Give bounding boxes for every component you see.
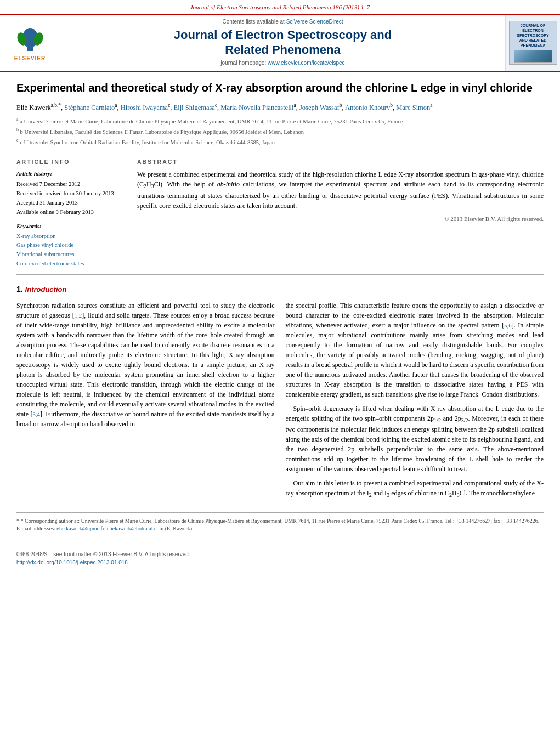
sciverse-line: Contents lists available at SciVerse Sci…: [222, 18, 343, 26]
keyword-4[interactable]: Core excited electronic states: [16, 259, 126, 269]
accepted-date: Accepted 31 January 2013: [16, 199, 126, 208]
keyword-1[interactable]: X-ray absorption: [16, 232, 126, 241]
page-container: Journal of Electron Spectroscopy and Rel…: [0, 0, 560, 741]
article-info-col: ARTICLE INFO Article history: Received 7…: [16, 158, 126, 269]
issn-line: 0368-2048/$ – see front matter © 2013 El…: [16, 551, 544, 559]
copyright-line: © 2013 Elsevier B.V. All rights reserved…: [137, 215, 544, 224]
affil-c: c c Ultraviolet Synchrotron Orbital Radi…: [16, 137, 544, 146]
article-history: Article history: Received 7 December 201…: [16, 169, 126, 217]
section-number: 1.: [16, 285, 25, 293]
footnote-star: * * Corresponding author at: Université …: [16, 517, 544, 525]
abstract-col: ABSTRACT We present a combined experimen…: [137, 158, 544, 269]
email-2-link[interactable]: eliekawerk@hotmail.com: [107, 525, 163, 531]
footnote-email: E-mail addresses: elie.kawerk@upmc.fr, e…: [16, 525, 544, 533]
article-title: Experimental and theoretical study of X-…: [16, 81, 544, 95]
affiliations: a a Université Pierre et Marie Curie, La…: [16, 116, 544, 147]
intro-para-right-1: the spectral profile. This characteristi…: [286, 301, 544, 399]
author-eiji[interactable]: Eiji Shigemasa: [174, 104, 215, 111]
affil-b: b b Université Libanaise, Faculté des Sc…: [16, 127, 544, 136]
keywords-section: Keywords: X-ray absorption Gas phase vin…: [16, 222, 126, 268]
author-elie: Elie Kawerk: [16, 104, 51, 111]
bottom-bar: 0368-2048/$ – see front matter © 2013 El…: [0, 547, 560, 570]
intro-left-col: Synchrotron radiation sources constitute…: [16, 301, 275, 504]
intro-para-1: Synchrotron radiation sources constitute…: [16, 301, 275, 429]
abstract-label: ABSTRACT: [137, 158, 544, 166]
available-date: Available online 9 February 2013: [16, 208, 126, 217]
abstract-text: We present a combined experimental and t…: [137, 169, 544, 210]
homepage-link[interactable]: www.elsevier.com/locate/elspec: [268, 60, 345, 66]
author-joseph[interactable]: Joseph Wassaf: [299, 104, 340, 111]
intro-section-header: 1. Introduction: [16, 284, 544, 295]
email-1-link[interactable]: elie.kawerk@upmc.fr: [56, 525, 104, 531]
journal-cover-image: JOURNAL OFELECTRONSPECTROSCOPYAND RELATE…: [509, 21, 557, 65]
journal-citation: Journal of Electron Spectroscopy and Rel…: [190, 4, 370, 10]
revised-date: Received in revised form 30 January 2013: [16, 189, 126, 199]
affil-a: a a Université Pierre et Marie Curie, La…: [16, 116, 544, 126]
journal-main-title: Journal of Electron Spectroscopy and Rel…: [174, 28, 392, 57]
main-content: Experimental and theoretical study of X-…: [0, 72, 560, 542]
author-antonio[interactable]: Antonio Khoury: [345, 104, 390, 111]
received-date: Received 7 December 2012: [16, 180, 126, 189]
footnote-section: * * Corresponding author at: Université …: [16, 512, 544, 533]
intro-body: Synchrotron radiation sources constitute…: [16, 301, 544, 504]
intro-para-right-2: Spin–orbit degeneracy is lifted when dea…: [286, 404, 544, 474]
info-abstract-section: ARTICLE INFO Article history: Received 7…: [16, 158, 544, 269]
elsevier-tree-icon: [11, 22, 49, 53]
keywords-title: Keywords:: [16, 222, 126, 230]
authors-line: Elie Kawerka,b,*, Stéphane Carniatoa, Hi…: [16, 101, 544, 113]
author-hiroshi[interactable]: Hiroshi Iwayama: [121, 104, 168, 111]
keyword-3[interactable]: Vibrational substructures: [16, 250, 126, 259]
article-info-label: ARTICLE INFO: [16, 158, 126, 166]
doi-link[interactable]: http://dx.doi.org/10.1016/j.elspec.2013.…: [16, 559, 128, 565]
journal-homepage: journal homepage: www.elsevier.com/locat…: [220, 59, 344, 67]
intro-para-right-3: Our aim in this letter is to present a c…: [286, 478, 544, 499]
history-title: Article history:: [16, 169, 126, 179]
divider: [16, 152, 544, 152]
journal-top-bar: Journal of Electron Spectroscopy and Rel…: [0, 0, 560, 14]
journal-cover-area: JOURNAL OFELECTRONSPECTROSCOPYAND RELATE…: [505, 15, 560, 71]
keyword-2[interactable]: Gas phase vinyl chloride: [16, 241, 126, 250]
elsevier-label: ELSEVIER: [14, 55, 46, 63]
divider-2: [16, 274, 544, 275]
intro-title: Introduction: [25, 285, 67, 293]
sciverse-text: Contents lists available at: [222, 19, 284, 25]
elsevier-logo-area: ELSEVIER: [0, 15, 60, 71]
sciverse-link[interactable]: SciVerse ScienceDirect: [286, 19, 343, 25]
author-stephane[interactable]: Stéphane Carniato: [64, 104, 115, 111]
journal-title-area: Contents lists available at SciVerse Sci…: [60, 15, 505, 71]
introduction-section: 1. Introduction Synchrotron radiation so…: [16, 284, 544, 504]
doi-line: http://dx.doi.org/10.1016/j.elspec.2013.…: [16, 559, 544, 567]
intro-right-col: the spectral profile. This characteristi…: [286, 301, 544, 504]
author-marc[interactable]: Marc Simon: [396, 104, 430, 111]
author-maria[interactable]: Maria Novella Piancastelli: [220, 104, 293, 111]
header-section: ELSEVIER Contents lists available at Sci…: [0, 14, 560, 72]
